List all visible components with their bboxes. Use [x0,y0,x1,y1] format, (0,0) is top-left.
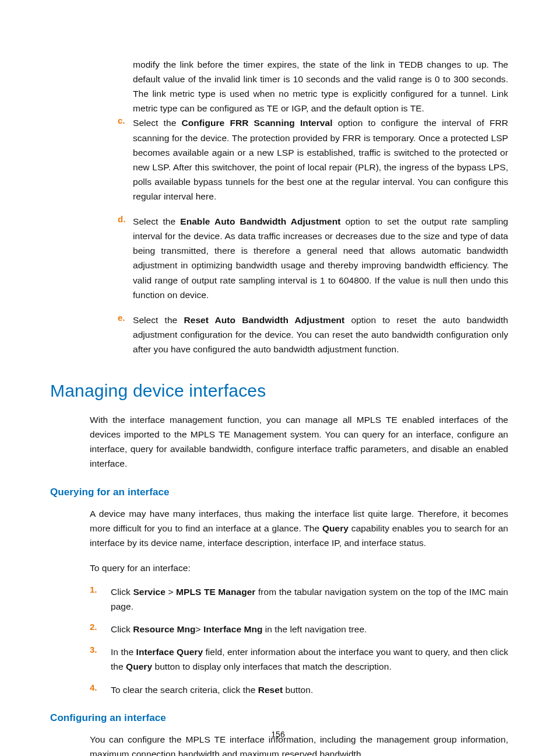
bold-term: Interface Query [136,647,203,657]
text: > [166,587,176,597]
bold-term: Interface Mng [203,624,262,634]
list-marker: 2. [90,622,97,632]
subheading-configuring: Configuring an interface [50,712,508,724]
section-intro: With the interface management function, … [90,412,508,471]
list-marker: 1. [90,584,97,594]
step-3: 3. In the Interface Query field, enter i… [90,645,508,674]
text: Click [111,624,133,634]
list-marker: 3. [90,645,97,654]
bold-term: Query [322,523,349,533]
alpha-list: c. Select the Configure FRR Scanning Int… [118,116,508,356]
numbered-steps: 1. Click Service > MPLS TE Manager from … [90,584,508,697]
alpha-body: Select the Reset Auto Bandwidth Adjustme… [133,313,508,356]
text: > [196,624,203,634]
list-marker: c. [118,116,125,125]
step-4: 4. To clear the search criteria, click t… [90,682,508,697]
step-body: In the Interface Query field, enter info… [111,645,508,674]
alpha-item-c: c. Select the Configure FRR Scanning Int… [118,116,508,204]
bold-term: Resource Mng [133,624,195,634]
page-number: 156 [0,730,556,739]
text: button to display only interfaces that m… [152,662,392,671]
text: In the [111,647,136,657]
option-name: Enable Auto Bandwidth Adjustment [180,216,340,226]
section-heading-managing-device-interfaces: Managing device interfaces [50,381,508,401]
text: Select the [133,315,184,325]
text: Click [111,587,133,597]
list-marker: e. [118,313,125,323]
alpha-item-e: e. Select the Reset Auto Bandwidth Adjus… [118,313,508,356]
step-2: 2. Click Resource Mng> Interface Mng in … [90,622,508,636]
text: in the left navigation tree. [262,624,367,634]
bold-term: Query [126,662,152,671]
page: modify the link before the timer expires… [0,0,556,756]
query-paragraph-1: A device may have many interfaces, thus … [90,506,508,550]
step-body: Click Service > MPLS TE Manager from the… [111,584,508,614]
text: To clear the search criteria, click the [111,685,258,695]
text: button. [283,685,313,695]
step-body: To clear the search criteria, click the … [111,682,508,697]
list-marker: 4. [90,682,97,692]
alpha-item-d: d. Select the Enable Auto Bandwidth Adju… [118,214,508,302]
alpha-body: Select the Configure FRR Scanning Interv… [133,116,508,204]
bold-term: Service [133,587,166,597]
query-paragraph-2: To query for an interface: [90,561,508,575]
option-name: Reset Auto Bandwidth Adjustment [184,315,344,325]
text: option to configure the interval of FRR … [133,118,508,201]
text: Select the [133,216,180,226]
subheading-querying: Querying for an interface [50,487,508,498]
list-marker: d. [118,214,125,224]
alpha-body: Select the Enable Auto Bandwidth Adjustm… [133,214,508,302]
text: option to set the output rate sampling i… [133,216,508,300]
bold-term: Reset [258,685,283,695]
continued-paragraph: modify the link before the timer expires… [133,57,508,116]
step-1: 1. Click Service > MPLS TE Manager from … [90,584,508,614]
bold-term: MPLS TE Manager [176,587,255,597]
step-body: Click Resource Mng> Interface Mng in the… [111,622,508,636]
option-name: Configure FRR Scanning Interval [182,118,333,128]
text: Select the [133,118,182,128]
